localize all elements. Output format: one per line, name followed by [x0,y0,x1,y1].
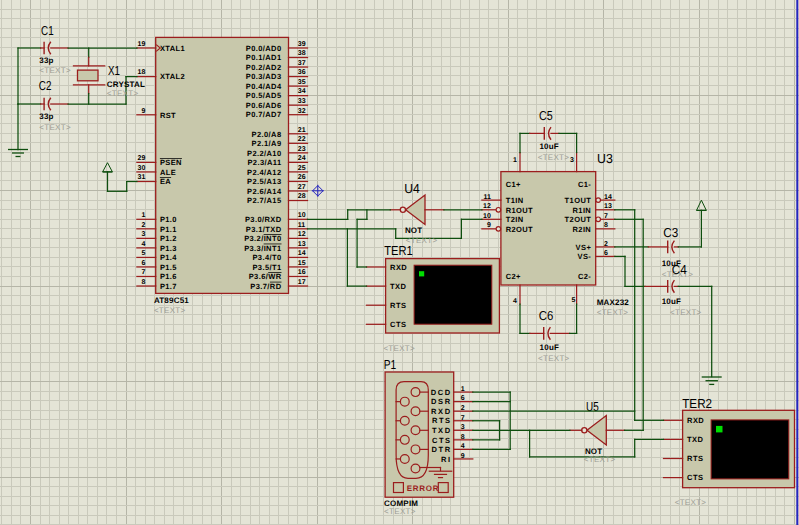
u3-pin-number: 8 [604,222,608,229]
mcu-pin-name: RST [160,111,176,120]
mcu-pin-number: 11 [298,222,306,229]
mcu-pin-name: P0.3/AD3 [246,72,282,81]
u3-pin-bubble [496,227,501,232]
mcu-value-label: AT89C51 [154,296,189,305]
compim-pin-name: RXD [431,407,452,416]
mcu-pin-name: P1.7 [160,282,177,291]
u5-text-placeholder: <TEXT> [584,455,616,464]
terminal-pin-name: CTS [687,473,703,482]
c2-text-placeholder: <TEXT> [39,123,71,132]
u3-pin-name: C2- [578,272,591,281]
mcu-pin-name: ALE [160,168,176,177]
mcu-pin-name: P2.6/A14 [247,187,282,196]
mcu-pin-number: 2 [141,222,145,229]
u3-pin-number: 14 [604,194,612,201]
mcu-pin-name: P1.2 [160,234,177,243]
mcu-pin-number: 23 [298,146,306,153]
u3-pin-name: T2IN [506,215,524,224]
mcu-pin-number: 36 [298,69,306,76]
u5-ref-label: U5 [586,399,599,414]
u3-pin-number: 12 [483,203,491,210]
mcu-pin-number: 31 [138,174,146,181]
c5-text-placeholder: <TEXT> [538,153,570,162]
mcu-pin-name: P2.4/A12 [247,168,281,177]
mcu-pin-name: P0.6/AD6 [246,101,282,110]
u3-value-label: MAX232 [597,298,630,307]
c2-ref-label: C2 [39,78,52,93]
compim-text-placeholder: <TEXT> [384,507,416,516]
u3-pin-name: C1+ [506,180,521,189]
compim-pin-name: DCD [431,388,452,397]
mcu-pin-name: P2.1/A9 [252,139,282,148]
mcu-pin-number: 37 [298,60,306,67]
mcu-pin-name: P3.4/T0 [252,253,281,262]
mcu-pin-number: 12 [298,231,306,238]
compim-pin-number: 9 [461,453,465,460]
terminal-pin-name: RTS [687,454,703,463]
terminal-screen [414,265,492,324]
compim-pin-number: 8 [461,434,465,441]
mcu-pin-number: 5 [141,250,145,257]
compim-pin-name: TXD [432,426,452,435]
u3-pin-name: R2IN [573,225,592,234]
mcu-pin-name: P1.0 [160,215,177,224]
c2-value-label: 33p [39,112,53,121]
x1-ref-label: X1 [108,63,120,78]
db9-hole [400,455,409,464]
mcu-pin-number: 18 [138,69,146,76]
u3-pin-name: R1IN [573,206,592,215]
mcu-pin-number: 38 [298,50,306,57]
mcu-pin-number: 29 [138,155,146,162]
mcu-pin-number: 17 [298,279,306,286]
mcu-pin-name: P0.1/AD1 [246,53,282,62]
mcu-pin-name: P0.4/AD4 [246,82,282,91]
u3-pin-number: 5 [571,297,575,304]
mcu-pin-number: 8 [141,279,145,286]
mcu-pin-name: P0.2/AD2 [246,63,282,72]
mcu-pin-number: 14 [298,250,306,257]
mcu-pin-name: P2.7/A15 [247,196,281,205]
c4-value-label: 10uF [662,297,681,306]
db9-hole [400,416,409,425]
db9-hole [411,407,420,416]
mcu-pin-name: P3.3/INT1 [244,244,281,253]
x1-text-placeholder: <TEXT> [107,89,139,98]
terminal-cursor [419,271,424,276]
ter1-ref-label: TER1 [384,243,413,258]
mcu-pin-number: 25 [298,165,306,172]
u3-pin-name: R1OUT [506,206,533,215]
mcu-pin-number: 24 [298,155,306,162]
compim-pin-name: RTS [432,416,452,425]
c1-text-placeholder: <TEXT> [39,66,71,75]
db9-hole [411,388,420,397]
mcu-pin-number: 6 [141,260,145,267]
mcu-pin-number: 15 [298,260,306,267]
compim-pin-number: 1 [461,386,465,393]
mcu-pin-number: 10 [298,212,306,219]
u3-pin-number: 3 [570,157,574,164]
c1-ref-label: C1 [41,23,54,38]
mcu-pin-name: PSEN [160,158,182,167]
u3-pin-name: C1- [578,180,591,189]
mcu-pin-name: P1.3 [160,244,177,253]
u3-text-placeholder: <TEXT> [597,308,629,317]
u3-pin-number: 10 [483,213,491,220]
mcu-pin-name: P2.0/A8 [252,130,282,139]
mcu-pin-name: P2.3/A11 [247,158,281,167]
terminal-pin-name: RXD [390,263,407,272]
mcu-pin-number: 27 [298,184,306,191]
u3-pin-number: 11 [483,194,491,201]
mcu-pin-name: P1.1 [160,225,177,234]
c4-ref-label: C4 [672,262,687,277]
mcu-pin-name: P1.4 [160,253,177,262]
db9-hole [411,464,420,473]
terminal-pin-name: TXD [390,282,406,291]
u3-ref-label: U3 [597,151,613,166]
u3-pin-number: 7 [604,213,608,220]
c4-text-placeholder: <TEXT> [670,308,702,317]
compim-pin-name: DSR [431,397,452,406]
mcu-pin-name: XTAL2 [160,72,185,81]
crystal-body[interactable] [78,70,99,81]
terminal-pin-name: TXD [687,435,703,444]
u3-pin-name: C2+ [506,272,521,281]
